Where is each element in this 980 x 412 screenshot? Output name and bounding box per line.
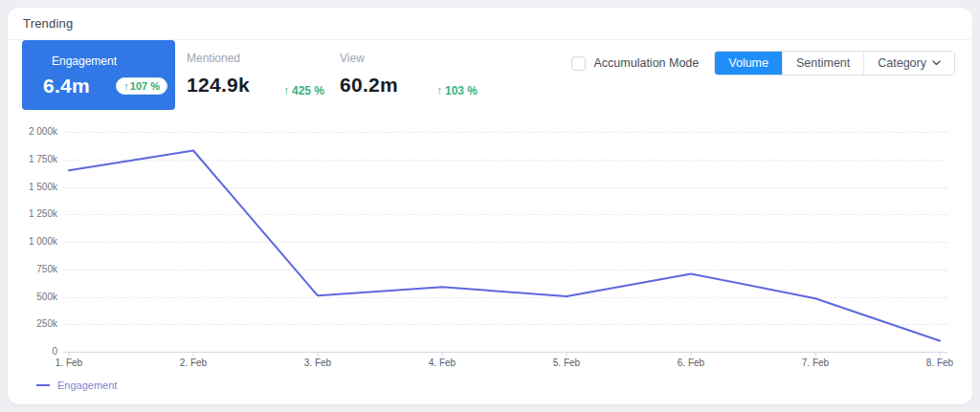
- stat-value: 60.2m: [340, 74, 398, 97]
- accumulation-mode-toggle[interactable]: Accumulation Mode: [571, 56, 700, 71]
- chevron-down-icon: [932, 60, 941, 66]
- arrow-up-icon: ↑: [436, 84, 442, 98]
- delta-value: 103 %: [445, 84, 478, 98]
- stat-value: 124.9k: [187, 74, 250, 97]
- chart-legend[interactable]: Engagement: [36, 379, 117, 391]
- view-mode-button-group: Volume Sentiment Category: [714, 51, 955, 76]
- volume-button[interactable]: Volume: [715, 52, 782, 75]
- stat-card-mentioned[interactable]: Mentioned 124.9k: [187, 52, 250, 97]
- stat-label: Engagement: [52, 54, 175, 68]
- arrow-up-icon: ↑: [283, 84, 289, 98]
- category-button-label: Category: [878, 57, 926, 70]
- delta-view: ↑ 103 %: [436, 84, 478, 98]
- stat-label: View: [340, 52, 398, 65]
- stat-value: 6.4m: [43, 76, 90, 96]
- engagement-line-chart[interactable]: 2 000k1 750k1 500k1 250k1 000k750k500k25…: [8, 124, 972, 375]
- accumulation-mode-label: Accumulation Mode: [594, 56, 700, 70]
- chart-canvas: [8, 124, 972, 375]
- legend-line-swatch: [36, 384, 50, 386]
- chart-controls: Accumulation Mode Volume Sentiment Categ…: [571, 51, 956, 76]
- page-title: Trending: [23, 16, 73, 31]
- stat-card-view[interactable]: View 60.2m: [340, 52, 398, 97]
- delta-value: 425 %: [292, 84, 324, 98]
- legend-label: Engagement: [57, 379, 117, 391]
- delta-badge: ↑ 107 %: [116, 77, 167, 95]
- delta-mentioned: ↑ 425 %: [283, 84, 324, 98]
- stats-row: Engagement 6.4m ↑ 107 % Mentioned 124.9k…: [8, 40, 972, 110]
- trending-panel: Trending Engagement 6.4m ↑ 107 % Mention…: [8, 8, 972, 404]
- delta-value: 107 %: [130, 79, 160, 93]
- accumulation-mode-checkbox[interactable]: [571, 56, 586, 71]
- stat-label: Mentioned: [187, 52, 250, 65]
- sentiment-button[interactable]: Sentiment: [782, 52, 863, 75]
- arrow-up-icon: ↑: [123, 79, 129, 93]
- panel-header: Trending: [8, 8, 972, 40]
- category-dropdown-button[interactable]: Category: [863, 52, 954, 75]
- stat-card-engagement[interactable]: Engagement 6.4m ↑ 107 %: [22, 40, 175, 110]
